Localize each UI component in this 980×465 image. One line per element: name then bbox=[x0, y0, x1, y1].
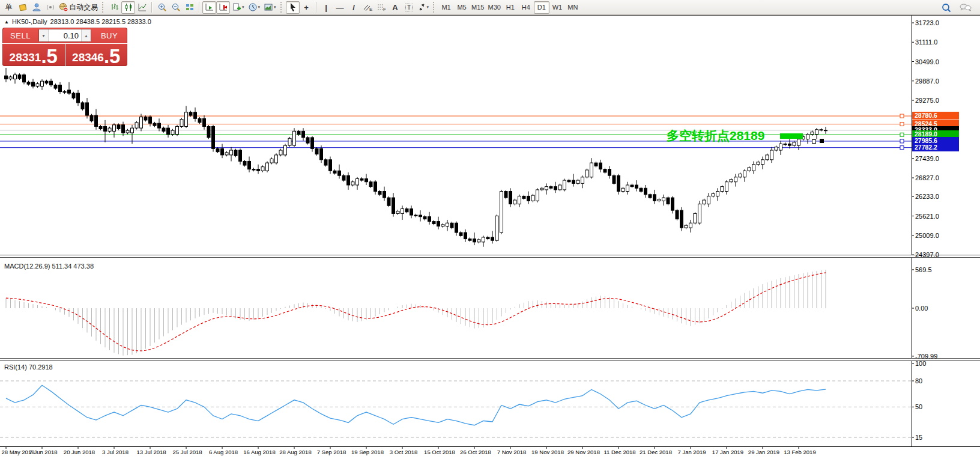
bar-chart-icon bbox=[110, 2, 119, 12]
line-handle[interactable] bbox=[900, 133, 904, 136]
chevron-down-icon: ▾ bbox=[242, 5, 244, 10]
object-handle-solid[interactable] bbox=[820, 139, 824, 143]
macd-axis-label: 0.00 bbox=[915, 305, 928, 312]
new-chart-button[interactable]: ▾ bbox=[230, 1, 246, 14]
timeframe-h4-button[interactable]: H4 bbox=[518, 1, 534, 14]
arrows-icon bbox=[418, 2, 426, 12]
candlestick-mode-button[interactable] bbox=[121, 1, 135, 14]
line-chart-mode-button[interactable] bbox=[135, 1, 149, 14]
pane-splitter-macd[interactable] bbox=[0, 255, 980, 258]
price-axis-tick-label: 27439.0 bbox=[915, 155, 939, 162]
rsi-indicator-label: RSI(14) 70.2918 bbox=[4, 363, 53, 371]
timeframe-m1-button[interactable]: M1 bbox=[438, 1, 454, 14]
horizontal-line-tool-button[interactable]: — bbox=[333, 1, 347, 14]
template-button[interactable]: ▾ bbox=[262, 1, 278, 14]
volume-decrease-button[interactable]: ▾ bbox=[39, 29, 49, 41]
volume-input[interactable] bbox=[49, 29, 81, 41]
sell-button[interactable]: SELL bbox=[2, 28, 38, 43]
timeframe-m30-button[interactable]: M30 bbox=[486, 1, 502, 14]
chart-canvas bbox=[0, 0, 980, 465]
price-axis-tick-label: 30499.0 bbox=[915, 58, 939, 65]
tile-windows-button[interactable] bbox=[183, 1, 196, 14]
timeframe-m15-button[interactable]: M15 bbox=[470, 1, 486, 14]
market-watch-button[interactable] bbox=[16, 1, 29, 14]
search-button[interactable] bbox=[939, 1, 954, 14]
top-toolbar: 单 自动交易 ▾ ▾ ▾ + | — / E F A T ▾ M1 M5 M15… bbox=[0, 0, 980, 15]
timeframe-w1-button[interactable]: W1 bbox=[549, 1, 565, 14]
time-axis-label: 29 Jan 2019 bbox=[746, 449, 782, 455]
zoom-out-button[interactable] bbox=[169, 1, 183, 14]
auto-scroll-button[interactable] bbox=[202, 1, 216, 14]
volume-increase-button[interactable]: ▴ bbox=[81, 29, 91, 41]
price-axis-border bbox=[912, 16, 912, 446]
chart-shift-button[interactable] bbox=[216, 1, 230, 14]
chat-bubbles-icon bbox=[959, 2, 972, 13]
new-order-button[interactable]: 单 bbox=[2, 1, 16, 14]
collapse-panel-icon[interactable]: ▲ bbox=[4, 19, 9, 25]
cursor-tool-button[interactable] bbox=[286, 1, 300, 14]
auto-trading-button[interactable]: 自动交易 bbox=[57, 1, 100, 14]
trendline-icon: / bbox=[352, 3, 355, 12]
time-axis-label: 3 Oct 2018 bbox=[386, 449, 422, 455]
time-axis-label: 28 Aug 2018 bbox=[277, 449, 313, 455]
price-axis-label-badge[interactable]: 28780.6 bbox=[912, 112, 959, 120]
buy-price[interactable]: 28346 .5 bbox=[65, 44, 128, 66]
buy-price-frac: .5 bbox=[104, 47, 121, 65]
cursor-icon bbox=[288, 2, 297, 12]
signals-button[interactable] bbox=[43, 1, 57, 14]
buy-button[interactable]: BUY bbox=[91, 28, 127, 43]
object-handle-open[interactable] bbox=[812, 139, 816, 144]
text-tool-button[interactable]: A bbox=[389, 1, 402, 14]
horizontal-price-lines[interactable] bbox=[0, 114, 912, 150]
person-icon bbox=[32, 2, 41, 12]
time-axis-label: 20 Jun 2018 bbox=[61, 449, 97, 455]
arrows-tool-button[interactable]: ▾ bbox=[416, 1, 431, 14]
pane-splitter-rsi[interactable] bbox=[0, 358, 980, 361]
macd-indicator-label: MACD(12.26.9) 511.34 473.38 bbox=[4, 263, 94, 270]
chat-button[interactable] bbox=[957, 1, 974, 14]
text-label-tool-button[interactable]: T bbox=[402, 1, 416, 14]
time-axis-label: 13 Jul 2018 bbox=[133, 449, 169, 455]
macd-axis-label: -709.99 bbox=[915, 353, 937, 360]
price-axis-label-badge[interactable]: 27782.2 bbox=[912, 144, 959, 151]
community-button[interactable] bbox=[29, 1, 43, 14]
channel-tool-button[interactable]: E bbox=[361, 1, 375, 14]
pivot-annotation-text[interactable]: 多空转折点28189 bbox=[667, 127, 764, 144]
vertical-line-tool-button[interactable]: | bbox=[319, 1, 333, 14]
timeframe-h1-button[interactable]: H1 bbox=[503, 1, 518, 14]
price-axis-tick-label: 24397.0 bbox=[915, 251, 939, 258]
sell-price-frac: .5 bbox=[41, 47, 58, 65]
line-handle[interactable] bbox=[900, 146, 904, 150]
auto-scroll-icon bbox=[205, 2, 214, 12]
bar-chart-mode-button[interactable] bbox=[107, 1, 121, 14]
timeframe-mn-button[interactable]: MN bbox=[565, 1, 581, 14]
timeframe-menu-button[interactable]: ▾ bbox=[246, 1, 262, 14]
time-axis-label: 21 Dec 2018 bbox=[638, 449, 674, 455]
trendline-tool-button[interactable]: / bbox=[347, 1, 361, 14]
toolbar-separator bbox=[151, 2, 153, 13]
line-handle[interactable] bbox=[900, 114, 904, 118]
chevron-down-icon: ▾ bbox=[427, 5, 429, 10]
time-axis-label: 19 Nov 2018 bbox=[530, 449, 566, 455]
timeframe-d1-button[interactable]: D1 bbox=[534, 1, 549, 14]
time-axis-label: 25 Jul 2018 bbox=[169, 449, 205, 455]
new-chart-icon bbox=[232, 2, 241, 12]
green-highlight-rectangle[interactable] bbox=[780, 133, 803, 139]
new-order-label: 单 bbox=[5, 2, 13, 13]
crosshair-tool-button[interactable]: + bbox=[300, 1, 313, 14]
line-handle[interactable] bbox=[900, 123, 904, 126]
time-axis-label: 7 Sep 2018 bbox=[313, 449, 349, 455]
time-axis-label: 7 Jan 2019 bbox=[674, 449, 710, 455]
time-axis-label: 6 Aug 2018 bbox=[205, 449, 241, 455]
zoom-in-icon bbox=[157, 2, 167, 12]
sell-price[interactable]: 28331 .5 bbox=[2, 44, 65, 66]
time-axis-label: 7 Jun 2018 bbox=[25, 449, 61, 455]
rsi-line bbox=[6, 385, 826, 425]
timeframe-m5-button[interactable]: M5 bbox=[454, 1, 470, 14]
zoom-in-button[interactable] bbox=[155, 1, 169, 14]
chevron-down-icon: ▾ bbox=[274, 5, 276, 10]
line-handle[interactable] bbox=[900, 139, 904, 143]
time-axis-border bbox=[0, 446, 980, 447]
fibonacci-tool-button[interactable]: F bbox=[375, 1, 389, 14]
toolbar-grip bbox=[280, 2, 283, 13]
